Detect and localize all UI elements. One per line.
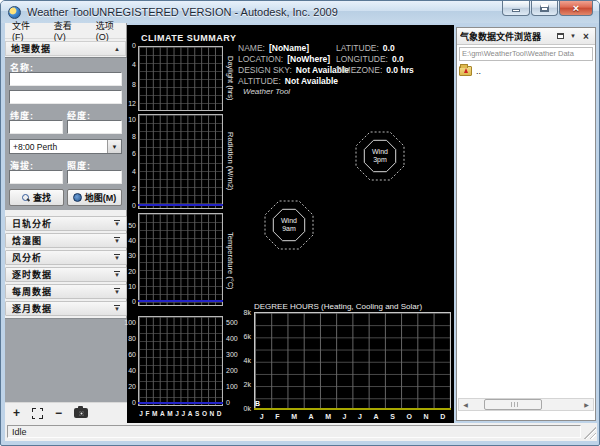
wind-rose-9am[interactable]: Wind 9am	[261, 197, 317, 253]
timezone-dropdown[interactable]: +8:00 Perth ▼	[9, 139, 122, 154]
info-timezone-value: 0.0 hrs	[386, 65, 413, 75]
scrollbar-thumb[interactable]	[484, 399, 542, 410]
search-icon	[22, 194, 30, 202]
name-input-2[interactable]	[9, 90, 122, 104]
section-psychrometric-chart[interactable]: 焓湿图 ▼	[5, 233, 127, 248]
location-info: NAME:[NoName] LOCATION:[NoWhere] DESIGN …	[238, 42, 349, 86]
info-longitude-value: 0.0	[392, 54, 404, 64]
section-weekly-data[interactable]: 每周数据 ▼	[5, 284, 127, 299]
scroll-right-arrow[interactable]: ▶	[580, 399, 593, 410]
degree-hours-baseline	[254, 408, 451, 410]
month-label: J	[358, 413, 362, 420]
zoom-extents-button[interactable]	[32, 408, 43, 419]
chart-title: CLIMATE SUMMARY	[141, 33, 237, 43]
map-button[interactable]: 地图(M)	[67, 189, 122, 206]
month-label: J	[175, 410, 179, 417]
info-location-label: LOCATION:	[238, 54, 283, 64]
axis-tick: 6	[132, 150, 136, 157]
axis-tick: 20	[128, 268, 136, 275]
chevron-down-icon[interactable]: ▼	[107, 140, 121, 153]
month-label: A	[309, 413, 314, 420]
parent-directory-item[interactable]: ..	[459, 64, 593, 78]
close-button[interactable]: ×	[559, 1, 593, 16]
panel-restore-button[interactable]	[554, 30, 566, 42]
month-label: S	[195, 410, 199, 417]
titlebar: Weather ToolUNREGISTERED VERSION - Autod…	[1, 1, 599, 23]
geo-data-panel-header[interactable]: 地理数据 ▲	[5, 41, 126, 56]
section-sun-path-analysis[interactable]: 日轨分析 ▼	[5, 216, 127, 231]
temperature-axis-label: Temperature (°C)	[226, 213, 235, 308]
section-label: 逐月数据	[12, 302, 52, 315]
month-label: D	[440, 413, 445, 420]
axis-tick: 6k	[244, 333, 251, 340]
zoom-out-button[interactable]: −	[55, 407, 62, 419]
wind-label-line2: 9am	[282, 225, 296, 233]
menu-item[interactable]: 文件(F)	[12, 19, 41, 42]
month-label: M	[325, 413, 331, 420]
longitude-input[interactable]	[67, 120, 122, 134]
maximize-button[interactable]	[531, 1, 558, 16]
month-label: S	[390, 413, 395, 420]
month-label: J	[182, 410, 186, 417]
month-label: A	[188, 410, 193, 417]
browser-path-field[interactable]: E:\gm\WeatherTool\Weather Data	[459, 47, 593, 61]
panel-dropdown-button[interactable]: ▼	[567, 30, 579, 42]
file-browser-title: 气象数据文件浏览器	[460, 30, 553, 43]
info-name-value: [NoName]	[269, 43, 309, 53]
zoom-in-button[interactable]: +	[13, 407, 20, 419]
collapse-up-icon[interactable]: ▲	[114, 46, 120, 52]
info-latitude-value: 0.0	[383, 43, 395, 53]
axis-tick: 8k	[244, 309, 251, 316]
axis-tick: 0	[132, 202, 136, 209]
snapshot-button[interactable]	[74, 408, 88, 418]
wind-rose-3pm[interactable]: Wind 3pm	[352, 128, 408, 184]
degree-hours-title: DEGREE HOURS (Heating, Cooling and Solar…	[254, 302, 422, 311]
temperature-zero-line	[138, 300, 223, 302]
geo-data-panel-title: 地理数据	[11, 42, 51, 55]
scroll-left-arrow[interactable]: ◀	[459, 399, 472, 410]
timezone-value: +8:00 Perth	[10, 142, 107, 152]
horizontal-scrollbar[interactable]: ◀ ▶	[458, 398, 594, 411]
radiation-plot	[138, 114, 223, 209]
close-icon: ×	[573, 3, 579, 14]
section-wind-analysis[interactable]: 风分析 ▼	[5, 250, 127, 265]
menubar: 文件(F)查看(V)选项(O)	[5, 23, 126, 39]
maximize-icon	[540, 4, 549, 12]
weather-tool-watermark: Weather Tool	[243, 87, 290, 96]
menu-item[interactable]: 选项(O)	[96, 19, 126, 42]
file-list: ..	[459, 64, 593, 78]
info-name-label: NAME:	[238, 43, 265, 53]
search-button-label: 查找	[33, 191, 51, 204]
menu-item[interactable]: 查看(V)	[54, 19, 83, 42]
map-button-label: 地图(M)	[85, 191, 117, 204]
minimize-button[interactable]	[502, 1, 530, 16]
file-browser-header: 气象数据文件浏览器 ▼ ×	[457, 28, 595, 45]
degree-hours-plot	[254, 312, 451, 410]
sidebar: 文件(F)查看(V)选项(O) 地理数据 ▲ 名称: 纬度: 经度: +8:00…	[5, 23, 127, 423]
panel-close-button[interactable]: ×	[580, 30, 592, 42]
latitude-input[interactable]	[9, 120, 63, 134]
search-button[interactable]: 查找	[9, 189, 64, 206]
resize-grip[interactable]	[584, 427, 596, 439]
app-icon	[8, 6, 21, 19]
folder-up-icon	[459, 66, 472, 76]
axis-tick: 40	[128, 367, 136, 374]
scrollbar-track[interactable]	[472, 399, 580, 410]
axis-tick: 10	[128, 283, 136, 290]
daylight-axis-label: Daylight (hrs)	[226, 46, 235, 111]
info-altitude-value: Not Available	[285, 76, 338, 86]
section-label: 每周数据	[12, 285, 52, 298]
illuminance-input[interactable]	[67, 170, 122, 184]
info-design-sky-label: DESIGN SKY:	[238, 65, 292, 75]
axis-tick: 12	[128, 100, 136, 107]
section-monthly-data[interactable]: 逐月数据 ▼	[5, 301, 127, 316]
statusbar: Idle	[5, 423, 597, 441]
degree-hours-month-axis: JFMAMJJASOND	[254, 413, 451, 420]
name-input-1[interactable]	[9, 72, 122, 86]
parent-directory-label: ..	[476, 66, 481, 76]
chevron-down-icon: ▼	[114, 271, 120, 278]
degree-hours-baseline-marker: B	[255, 400, 260, 407]
altitude-input[interactable]	[9, 170, 63, 184]
section-hourly-data[interactable]: 逐时数据 ▼	[5, 267, 127, 282]
moisture-zero-line	[138, 402, 223, 404]
